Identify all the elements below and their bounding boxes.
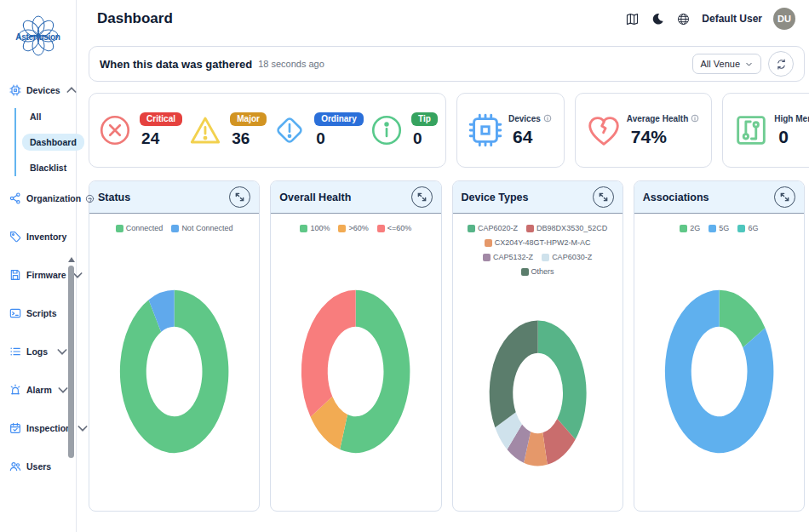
chart-legend: CAP6020-ZDB98DX3530_52CDCX204Y-48GT-HPW2… [453,224,623,276]
legend-item[interactable]: 100% [300,224,330,232]
sidebar-item-firmware[interactable]: Firmware [9,266,76,283]
sidebar-item-devices[interactable]: Devices [9,82,76,99]
sidebar-item-label: Inspection [26,423,72,433]
sidebar-item-logs[interactable]: Logs [9,343,76,360]
user-name[interactable]: Default User [702,13,762,25]
topbar-right: Default User DU [625,8,795,30]
legend-item[interactable]: <=60% [377,224,412,232]
legend-swatch [338,225,346,232]
alert-critical[interactable]: Critical 24 [97,112,182,148]
refresh-button[interactable] [768,51,794,77]
list-icon [9,345,22,358]
content: When this data was gathered 18 seconds a… [77,37,809,532]
language-globe-icon[interactable] [676,12,691,26]
sidebar-item-inspection[interactable]: Inspection [9,420,76,437]
devices-card: Devices 64 [456,93,565,168]
pie-slice[interactable] [489,321,537,428]
status-donut-chart[interactable] [89,232,259,511]
sidebar-subitem-blacklist[interactable]: Blacklist [22,159,74,176]
user-avatar[interactable]: DU [773,8,795,30]
page-title: Dashboard [97,10,173,27]
broken-heart-icon [584,111,623,150]
dark-mode-moon-icon[interactable] [651,12,665,26]
alert-ordinary[interactable]: Ordinary 0 [272,112,364,148]
legend-swatch [526,225,534,232]
asterfusion-logo[interactable]: Asterfusion [0,0,76,73]
legend-swatch [171,225,179,232]
associations-donut-chart[interactable] [634,232,804,511]
map-icon[interactable] [625,12,640,26]
pie-slice[interactable] [537,321,586,440]
legend-item[interactable]: CX204Y-48GT-HPW2-M-AC [485,238,591,247]
legend-item[interactable]: >60% [338,224,368,232]
ordinary-diamond-icon [272,112,307,148]
alert-major[interactable]: Major 36 [187,112,267,148]
legend-item[interactable]: CAP6030-Z [542,253,592,261]
pie-slice[interactable] [301,290,356,417]
sidebar-item-label: Logs [26,346,48,357]
alert-count: 24 [140,129,159,148]
venue-selected-value: All Venue [701,59,740,69]
data-freshness-bar: When this data was gathered 18 seconds a… [89,46,805,82]
sidebar-item-organization[interactable]: Organization [9,190,76,207]
refresh-icon [775,58,788,71]
legend-swatch [300,225,307,232]
expand-icon [417,192,427,202]
chart-panels-row: Status ConnectedNot Connected [89,180,805,512]
devices-submenu: All Dashboard Blacklist [14,108,76,176]
device-types-donut-chart[interactable] [453,276,623,511]
tag-icon [9,230,22,243]
venue-select[interactable]: All Venue [692,54,761,74]
tip-circle-info-icon [369,112,404,148]
legend-item[interactable]: Others [521,267,554,276]
expand-icon [235,192,244,202]
sidebar-scrollbar[interactable] [67,257,75,495]
expand-button[interactable] [411,186,433,208]
legend-item[interactable]: CAP6020-Z [468,224,518,232]
overall-health-donut-chart[interactable] [271,232,440,511]
legend-item[interactable]: CAP5132-Z [483,253,533,261]
sidebar-item-alarm[interactable]: Alarm [9,381,76,398]
stat-label-row: Devices [508,114,552,123]
stat-label: Devices [508,114,541,123]
chart-legend: 100%>60%<=60% [271,224,440,232]
scrollbar-up-arrow-icon[interactable] [68,257,75,262]
critical-circle-x-icon [97,112,133,148]
associations-panel: Associations 2G5G6G [634,180,805,512]
legend-item[interactable]: 5G [709,224,729,232]
sidebar-item-inventory[interactable]: Inventory [9,228,76,245]
scrollbar-thumb[interactable] [68,266,74,458]
expand-button[interactable] [774,186,795,208]
legend-swatch [680,225,687,232]
legend-item[interactable]: DB98DX3530_52CD [526,224,607,232]
alert-badge: Major [230,112,267,126]
info-icon[interactable] [691,114,699,123]
high-memory-card: High Memory 0 [722,93,809,168]
stat-value: 64 [513,127,555,147]
terminal-icon [9,306,22,320]
legend-item[interactable]: 6G [737,224,758,232]
legend-item[interactable]: 2G [680,224,700,232]
alert-tip[interactable]: Tip 0 [369,112,438,148]
sidebar-subitem-dashboard[interactable]: Dashboard [22,134,84,151]
legend-swatch [483,254,491,261]
topbar: Dashboard Default User DU [77,0,809,37]
legend-item[interactable]: Connected [116,224,164,232]
panel-title: Device Types [462,192,529,203]
stat-label-row: Average Health [627,114,699,123]
sidebar-item-scripts[interactable]: Scripts [9,305,76,322]
floppy-icon [9,268,22,282]
chart-legend: ConnectedNot Connected [89,224,259,232]
info-icon[interactable] [543,114,552,123]
expand-button[interactable] [593,186,614,208]
legend-swatch [485,239,492,247]
expand-button[interactable] [229,186,250,208]
sidebar-item-users[interactable]: Users [9,458,76,475]
legend-item[interactable]: Not Connected [171,224,232,232]
sidebar-subitem-all[interactable]: All [22,108,49,125]
chevron-up-icon [65,83,78,97]
pie-slice[interactable] [120,290,229,453]
expand-icon [599,192,608,202]
sidebar-item-label: Devices [26,85,60,95]
stat-value: 0 [778,127,809,147]
